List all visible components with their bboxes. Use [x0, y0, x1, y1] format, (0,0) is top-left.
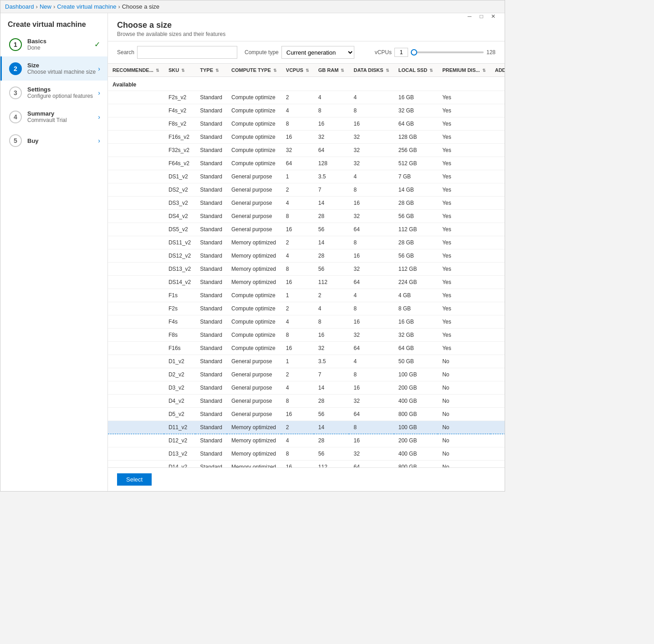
cell-data_disks: 16 — [349, 381, 393, 395]
cell-premium_dis: Yes — [438, 144, 490, 157]
cell-type: Standard — [195, 421, 227, 434]
col-type[interactable]: TYPE ⇅ — [195, 64, 227, 77]
table-row[interactable]: F2s_v2StandardCompute optimize24416 GBYe… — [108, 91, 505, 104]
cell-data_disks: 64 — [349, 223, 393, 236]
sidebar-item-size[interactable]: 2 Size Choose virtual machine size › — [0, 56, 107, 81]
cell-additional_f — [490, 210, 505, 223]
table-row[interactable]: D4_v2StandardGeneral purpose82832400 GBN… — [108, 395, 505, 408]
table-row[interactable]: D5_v2StandardGeneral purpose165664800 GB… — [108, 408, 505, 421]
cell-compute_type: Memory optimized — [227, 236, 281, 249]
cell-recommended — [108, 183, 164, 197]
breadcrumb-new[interactable]: New — [40, 3, 51, 10]
col-additional-f[interactable]: ADDITIONAL F... ⇅ — [490, 64, 505, 77]
table-row[interactable]: F4s_v2StandardCompute optimize48832 GBYe… — [108, 104, 505, 117]
table-row[interactable]: DS11_v2StandardMemory optimized214828 GB… — [108, 236, 505, 249]
breadcrumb-dashboard[interactable]: Dashboard — [5, 3, 34, 10]
table-row[interactable]: DS1_v2StandardGeneral purpose13.547 GBYe… — [108, 170, 505, 183]
table-row[interactable]: DS12_v2StandardMemory optimized4281656 G… — [108, 249, 505, 263]
search-input[interactable] — [137, 46, 237, 59]
compute-type-label: Compute type — [245, 49, 279, 56]
cell-gb_ram: 7 — [314, 368, 349, 381]
sizes-table: RECOMMENDE... ⇅ SKU ⇅ TYPE ⇅ COMPUTE TYP… — [108, 64, 505, 467]
cell-recommended — [108, 408, 164, 421]
cell-vcpus: 2 — [281, 236, 314, 249]
cell-additional_f — [490, 395, 505, 408]
sidebar-item-summary[interactable]: 4 Summary Commvault Trial › — [0, 105, 107, 129]
cell-data_disks: 64 — [349, 342, 393, 355]
cell-local_ssd: 14 GB — [394, 183, 438, 197]
cell-type: Standard — [195, 183, 227, 197]
table-row[interactable]: F4sStandardCompute optimize481616 GBYes — [108, 315, 505, 329]
vcpu-slider[interactable] — [411, 51, 484, 53]
table-row[interactable]: F32s_v2StandardCompute optimize326432256… — [108, 144, 505, 157]
cell-type: Standard — [195, 223, 227, 236]
cell-sku: DS5_v2 — [164, 223, 195, 236]
table-row[interactable]: F8s_v2StandardCompute optimize8161664 GB… — [108, 117, 505, 131]
table-row[interactable]: DS5_v2StandardGeneral purpose165664112 G… — [108, 223, 505, 236]
cell-gb_ram: 28 — [314, 249, 349, 263]
cell-data_disks: 32 — [349, 263, 393, 276]
cell-recommended — [108, 421, 164, 434]
table-row[interactable]: D13_v2StandardMemory optimized85632400 G… — [108, 447, 505, 461]
filters-bar: Search Compute type Current generation v… — [108, 41, 505, 64]
cell-premium_dis: No — [438, 421, 490, 434]
table-row[interactable]: DS2_v2StandardGeneral purpose27814 GBYes — [108, 183, 505, 197]
table-row[interactable]: D12_v2StandardMemory optimized42816200 G… — [108, 434, 505, 447]
compute-type-select[interactable]: Current generation — [281, 46, 354, 59]
col-recommended[interactable]: RECOMMENDE... ⇅ — [108, 64, 164, 77]
cell-data_disks: 32 — [349, 329, 393, 342]
table-row[interactable]: F16s_v2StandardCompute optimize163232128… — [108, 131, 505, 144]
cell-data_disks: 16 — [349, 117, 393, 131]
step-1-number: 1 — [9, 38, 22, 51]
cell-premium_dis: Yes — [438, 315, 490, 329]
cell-vcpus: 8 — [281, 447, 314, 461]
content-title: Choose a size — [117, 20, 496, 30]
table-row[interactable]: D14_v2StandardMemory optimized1611264800… — [108, 461, 505, 468]
table-row[interactable]: D1_v2StandardGeneral purpose13.5450 GBNo — [108, 355, 505, 368]
col-sku[interactable]: SKU ⇅ — [164, 64, 195, 77]
cell-additional_f — [490, 315, 505, 329]
cell-sku: D14_v2 — [164, 461, 195, 468]
cell-sku: D2_v2 — [164, 368, 195, 381]
sidebar-item-buy[interactable]: 5 Buy › — [0, 129, 107, 152]
cell-type: Standard — [195, 395, 227, 408]
cell-additional_f — [490, 131, 505, 144]
step-3-number: 3 — [9, 86, 22, 99]
cell-recommended — [108, 131, 164, 144]
col-premium-dis[interactable]: PREMIUM DIS... ⇅ — [438, 64, 490, 77]
col-compute-type[interactable]: COMPUTE TYPE ⇅ — [227, 64, 281, 77]
content-subtitle: Browse the available sizes and their fea… — [117, 31, 496, 37]
table-row[interactable]: F64s_v2StandardCompute optimize641283251… — [108, 157, 505, 170]
sidebar-item-basics[interactable]: 1 Basics Done ✓ — [0, 32, 107, 56]
cell-type: Standard — [195, 249, 227, 263]
table-row[interactable]: F8sStandardCompute optimize8163232 GBYes — [108, 329, 505, 342]
col-vcpus[interactable]: VCPUS ⇅ — [281, 64, 314, 77]
cell-recommended — [108, 170, 164, 183]
col-data-disks[interactable]: DATA DISKS ⇅ — [349, 64, 393, 77]
breadcrumb-create-vm[interactable]: Create virtual machine — [57, 3, 116, 10]
select-button[interactable]: Select — [117, 473, 152, 486]
table-row[interactable]: DS13_v2StandardMemory optimized85632112 … — [108, 263, 505, 276]
table-row[interactable]: D3_v2StandardGeneral purpose41416200 GBN… — [108, 381, 505, 395]
table-row[interactable]: F16sStandardCompute optimize16326464 GBY… — [108, 342, 505, 355]
close-button[interactable]: ✕ — [489, 13, 497, 20]
cell-compute_type: General purpose — [227, 170, 281, 183]
table-row[interactable]: F2sStandardCompute optimize2488 GBYes — [108, 302, 505, 315]
table-row[interactable]: DS14_v2StandardMemory optimized161126422… — [108, 276, 505, 289]
table-row[interactable]: D2_v2StandardGeneral purpose278100 GBNo — [108, 368, 505, 381]
table-row[interactable]: F1sStandardCompute optimize1244 GBYes — [108, 289, 505, 302]
cell-additional_f — [490, 157, 505, 170]
cell-premium_dis: Yes — [438, 131, 490, 144]
minimize-button[interactable]: ─ — [465, 13, 474, 20]
cell-compute_type: General purpose — [227, 223, 281, 236]
table-row[interactable]: D11_v2StandardMemory optimized2148100 GB… — [108, 421, 505, 434]
col-gb-ram[interactable]: GB RAM ⇅ — [314, 64, 349, 77]
cell-recommended — [108, 276, 164, 289]
maximize-button[interactable]: □ — [477, 13, 485, 20]
cell-premium_dis: Yes — [438, 91, 490, 104]
sidebar-item-settings[interactable]: 3 Settings Configure optional features › — [0, 81, 107, 105]
table-row[interactable]: DS3_v2StandardGeneral purpose4141628 GBY… — [108, 197, 505, 210]
cell-premium_dis: Yes — [438, 104, 490, 117]
table-row[interactable]: DS4_v2StandardGeneral purpose8283256 GBY… — [108, 210, 505, 223]
col-local-ssd[interactable]: LOCAL SSD ⇅ — [394, 64, 438, 77]
